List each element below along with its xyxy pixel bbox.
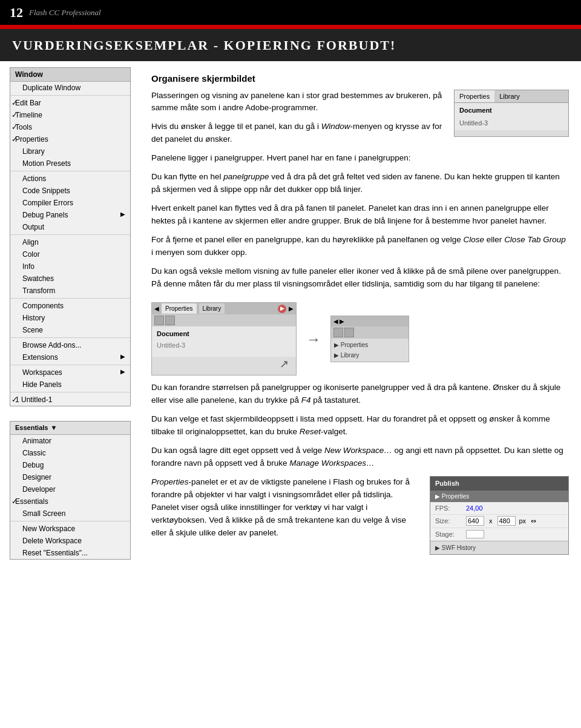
publish-subheader[interactable]: ▶ Properties <box>430 491 568 502</box>
sp-arrow-left[interactable]: ◀ <box>333 317 338 326</box>
ps-expand-icon[interactable]: ▶ <box>278 305 286 313</box>
publish-stage-color[interactable] <box>466 530 484 538</box>
ps-arrow-right[interactable]: ▶ <box>289 304 294 313</box>
sp-icon-row <box>331 326 409 339</box>
publish-stage-label: Stage: <box>435 529 462 540</box>
body-p8: Du kan forandre størrelsen på panelgrupp… <box>151 382 569 407</box>
menu-align[interactable]: Align <box>10 236 130 248</box>
panel-screenshot-left: ◀ Properties Library ▶ ▶ Document Untitl… <box>151 302 297 376</box>
menu-divider-4 <box>10 298 130 299</box>
publish-fps-label: FPS: <box>435 503 462 514</box>
menu-transform[interactable]: Transform <box>10 285 130 297</box>
menu-new-workspace[interactable]: New Workspace <box>10 523 130 535</box>
menu-code-snippets[interactable]: Code Snippets <box>10 185 130 197</box>
menu-workspaces[interactable]: Workspaces <box>10 366 130 379</box>
ps-tab-library[interactable]: Library <box>199 303 225 314</box>
publish-size-row: Size: x px ⇔ <box>430 515 568 528</box>
menu-divider-1 <box>10 95 130 96</box>
publish-stage-row: Stage: <box>430 528 568 541</box>
body-p7: Du kan også veksle mellom visning av ful… <box>151 265 569 291</box>
essentials-header[interactable]: Essentials ▼ <box>10 422 130 435</box>
body-p3: Panelene ligger i panelgrupper. Hvert pa… <box>151 152 569 165</box>
ps-doc: Document <box>157 329 291 339</box>
ps-icon-left: ◀ <box>154 304 159 313</box>
comparison-arrow: → <box>306 328 321 350</box>
menu-timeline[interactable]: Timeline <box>10 109 130 121</box>
menu-duplicate-window[interactable]: Duplicate Window <box>10 82 130 94</box>
menu-scene[interactable]: Scene <box>10 324 130 336</box>
properties-panel-mockup: Properties Library Document Untitled-3 <box>454 90 569 137</box>
body-p5: Hvert enkelt panel kan flyttes ved å dra… <box>151 202 569 228</box>
menu-components[interactable]: Components <box>10 300 130 312</box>
menu-motion-presets[interactable]: Motion Presets <box>10 157 130 170</box>
menu-divider-7 <box>10 392 130 392</box>
ps-body: Document Untitled-3 <box>152 326 296 357</box>
menu-library[interactable]: Library <box>10 145 130 157</box>
ps-icon-2 <box>165 316 175 325</box>
ps-tab-properties[interactable]: Properties <box>162 303 197 314</box>
publish-resize-icon[interactable]: ⇔ <box>531 516 536 526</box>
publish-panel: Publish ▶ Properties FPS: 24,00 Size: x <box>430 476 569 555</box>
panel-tabs[interactable]: Properties Library <box>455 90 568 104</box>
body-p9: Du kan velge et fast skjermbildeoppsett … <box>151 413 569 438</box>
menu-essentials[interactable]: Essentials <box>10 495 130 508</box>
menu-divider-5 <box>10 337 130 338</box>
publish-height-input[interactable] <box>497 516 516 526</box>
menu-reset-essentials[interactable]: Reset "Essentials"... <box>10 547 130 559</box>
ps-cursor-icon: ↗ <box>280 356 289 372</box>
publish-size-label: Size: <box>435 516 462 526</box>
menu-properties[interactable]: Properties <box>10 133 130 145</box>
menu-animator[interactable]: Animator <box>10 435 130 447</box>
publish-fps-value[interactable]: 24,00 <box>466 503 483 514</box>
menu-output[interactable]: Output <box>10 221 130 233</box>
sp-arrow-right[interactable]: ▶ <box>340 317 344 326</box>
publish-swf-history[interactable]: ▶ SWF History <box>430 541 568 554</box>
panel-body: Document Untitled-3 <box>455 103 568 130</box>
window-menu-header[interactable]: Window <box>10 68 130 82</box>
sp-icon-1 <box>333 328 343 337</box>
publish-properties-toggle[interactable]: ▶ Properties <box>435 492 469 501</box>
panel-drag-handle[interactable] <box>455 130 568 136</box>
tab-library[interactable]: Library <box>494 90 525 103</box>
publish-x-sep: x <box>489 516 493 526</box>
sp-properties-label: ▶ Properties <box>333 340 406 350</box>
panel-sub-label: Untitled-3 <box>459 118 563 128</box>
panel-doc-label: Document <box>459 105 563 116</box>
publish-title: Publish <box>435 480 459 487</box>
menu-developer[interactable]: Developer <box>10 483 130 495</box>
menu-info[interactable]: Info <box>10 260 130 273</box>
ps-icons-row <box>152 314 296 326</box>
ps-icon-1 <box>154 316 164 325</box>
publish-width-input[interactable] <box>466 516 484 526</box>
sp-icon-2 <box>344 328 354 337</box>
publish-fps-row: FPS: 24,00 <box>430 502 568 515</box>
tab-properties[interactable]: Properties <box>455 90 494 103</box>
menu-actions[interactable]: Actions <box>10 173 130 185</box>
menu-color[interactable]: Color <box>10 248 130 260</box>
menu-history[interactable]: History <box>10 312 130 324</box>
menu-hide-panels[interactable]: Hide Panels <box>10 379 130 391</box>
body-p4: Du kan flytte en hel panelgruppe ved å d… <box>151 171 569 196</box>
publish-header: Publish <box>430 477 568 491</box>
menu-debug-panels[interactable]: Debug Panels <box>10 209 130 221</box>
publish-section: Publish ▶ Properties FPS: 24,00 Size: x <box>151 476 569 561</box>
menu-swatches[interactable]: Swatches <box>10 273 130 285</box>
menu-designer[interactable]: Designer <box>10 471 130 483</box>
menu-browse-addons[interactable]: Browse Add-ons... <box>10 339 130 351</box>
menu-tools[interactable]: Tools <box>10 121 130 133</box>
essentials-menu[interactable]: Essentials ▼ Animator Classic Debug Desi… <box>10 421 131 560</box>
ps-header-left: ◀ Properties Library ▶ ▶ <box>152 303 296 314</box>
header: 12 Flash CC Professional <box>0 0 581 25</box>
menu-untitled-1[interactable]: 1 Untitled-1 <box>10 394 130 406</box>
menu-debug[interactable]: Debug <box>10 459 130 471</box>
menu-classic[interactable]: Classic <box>10 447 130 459</box>
menu-delete-workspace[interactable]: Delete Workspace <box>10 535 130 547</box>
window-menu[interactable]: Window Duplicate Window Edit Bar Timelin… <box>10 67 131 406</box>
section-heading: Organisere skjermbildet <box>151 72 569 86</box>
menu-extensions[interactable]: Extensions <box>10 351 130 363</box>
menu-small-screen[interactable]: Small Screen <box>10 508 130 520</box>
menu-compiler-errors[interactable]: Compiler Errors <box>10 197 130 209</box>
sp-library-label: ▶ Library <box>333 350 406 360</box>
body-p10: Du kan også lagre ditt eget oppsett ved … <box>151 445 569 470</box>
menu-edit-bar[interactable]: Edit Bar <box>10 97 130 109</box>
